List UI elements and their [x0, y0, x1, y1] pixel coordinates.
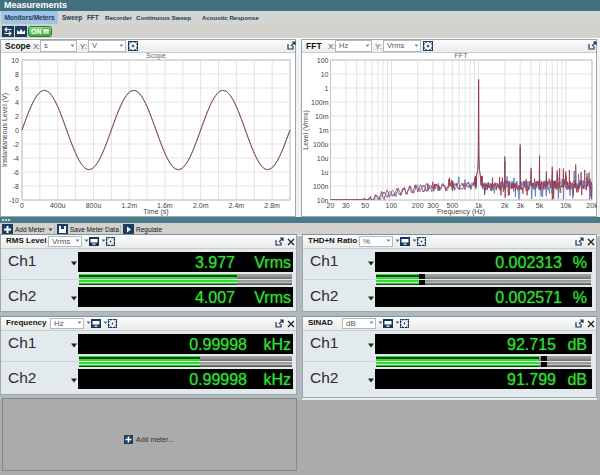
svg-text:10u: 10u [317, 155, 329, 162]
svg-text:100: 100 [317, 57, 329, 64]
svg-text:20k: 20k [586, 202, 597, 209]
svg-text:Level (Vrms): Level (Vrms) [302, 110, 310, 149]
svg-text:3k: 3k [516, 202, 524, 209]
svg-text:10: 10 [321, 71, 329, 78]
svg-text:100m: 100m [311, 99, 329, 106]
svg-text:100u: 100u [313, 141, 329, 148]
svg-text:50: 50 [361, 202, 369, 209]
svg-text:0: 0 [20, 202, 24, 209]
svg-text:Frequency (Hz): Frequency (Hz) [437, 208, 485, 216]
svg-text:-10: -10 [9, 197, 19, 204]
svg-text:6: 6 [15, 85, 19, 92]
svg-text:1.2m: 1.2m [121, 202, 137, 209]
svg-text:200: 200 [412, 202, 424, 209]
svg-text:5k: 5k [536, 202, 544, 209]
svg-text:2.8m: 2.8m [264, 202, 280, 209]
svg-text:4: 4 [15, 99, 19, 106]
svg-text:10: 10 [11, 57, 19, 64]
svg-text:1u: 1u [321, 169, 329, 176]
svg-text:2.4m: 2.4m [229, 202, 245, 209]
svg-text:800u: 800u [86, 202, 102, 209]
svg-text:0: 0 [15, 127, 19, 134]
svg-text:Time (s): Time (s) [143, 208, 168, 216]
svg-text:Scope: Scope [146, 52, 166, 60]
svg-text:1m: 1m [319, 127, 329, 134]
svg-text:-6: -6 [13, 169, 19, 176]
svg-text:10k: 10k [560, 202, 572, 209]
svg-text:-4: -4 [13, 155, 19, 162]
svg-text:2: 2 [15, 113, 19, 120]
svg-text:100: 100 [386, 202, 398, 209]
svg-text:1: 1 [325, 85, 329, 92]
svg-text:2k: 2k [501, 202, 509, 209]
svg-text:8: 8 [15, 71, 19, 78]
svg-text:20: 20 [327, 202, 335, 209]
svg-text:400u: 400u [50, 202, 66, 209]
svg-text:30: 30 [342, 202, 350, 209]
svg-text:FFT: FFT [455, 52, 469, 59]
svg-text:100n: 100n [313, 183, 329, 190]
svg-text:-8: -8 [13, 183, 19, 190]
svg-text:10m: 10m [315, 113, 329, 120]
svg-text:-2: -2 [13, 141, 19, 148]
svg-text:Instantaneous Level (V): Instantaneous Level (V) [1, 93, 9, 167]
svg-text:2.0m: 2.0m [193, 202, 209, 209]
